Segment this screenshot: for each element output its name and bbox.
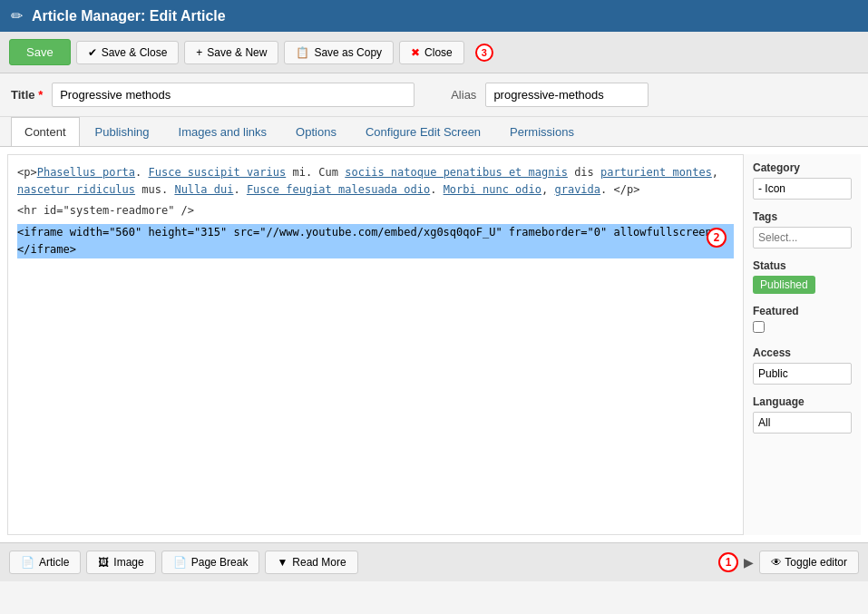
tab-options[interactable]: Options <box>282 117 350 146</box>
readmore-icon: ▼ <box>277 556 288 569</box>
tags-label: Tags <box>753 210 852 223</box>
toolbar: Save ✔ Save & Close + Save & New 📋 Save … <box>0 32 868 73</box>
save-copy-label: Save as Copy <box>314 46 382 59</box>
editor-area[interactable]: <p>Phasellus porta. Fusce suscipit variu… <box>7 154 743 535</box>
image-icon: 🖼 <box>98 556 109 569</box>
language-label: Language <box>753 395 852 408</box>
status-badge: Published <box>753 276 815 294</box>
toggle-icon: 👁 <box>771 556 782 569</box>
tab-content[interactable]: Content <box>11 117 80 146</box>
close-label: Close <box>424 46 453 59</box>
arrow-right-icon: ▶ <box>744 555 754 570</box>
toolbar-badge-3: 3 <box>475 44 493 62</box>
bottom-badge-1: 1 <box>718 552 738 572</box>
header: ✏ Article Manager: Edit Article <box>0 0 868 32</box>
main-area: <p>Phasellus porta. Fusce suscipit variu… <box>0 147 868 542</box>
title-input[interactable] <box>52 83 414 107</box>
status-section: Status Published <box>753 259 852 294</box>
plus-icon: + <box>196 46 202 59</box>
save-close-label: Save & Close <box>102 46 168 59</box>
language-input[interactable] <box>753 412 852 434</box>
checkmark-icon: ✔ <box>88 46 97 59</box>
image-button[interactable]: 🖼 Image <box>86 551 155 574</box>
page-title: Article Manager: Edit Article <box>32 8 226 24</box>
bottom-bar: 📄 Article 🖼 Image 📄 Page Break ▼ Read Mo… <box>0 542 868 581</box>
pagebreak-icon: 📄 <box>173 556 187 569</box>
page-break-button[interactable]: 📄 Page Break <box>161 551 260 574</box>
article-label: Article <box>39 556 69 569</box>
alias-label: Alias <box>451 88 476 102</box>
form-area: Title * Alias <box>0 73 868 117</box>
save-new-label: Save & New <box>207 46 267 59</box>
access-label: Access <box>753 346 852 359</box>
save-copy-button[interactable]: 📋 Save as Copy <box>284 41 394 64</box>
tab-publishing[interactable]: Publishing <box>82 117 163 146</box>
article-button[interactable]: 📄 Article <box>9 551 81 574</box>
language-section: Language <box>753 395 852 434</box>
edit-icon: ✏ <box>11 7 23 24</box>
title-label: Title * <box>11 88 43 102</box>
access-input[interactable] <box>753 363 852 385</box>
tab-images[interactable]: Images and links <box>165 117 281 146</box>
featured-label: Featured <box>753 305 852 317</box>
category-section: Category <box>753 161 852 200</box>
save-button[interactable]: Save <box>9 39 71 65</box>
tab-permissions[interactable]: Permissions <box>496 117 588 146</box>
copy-icon: 📋 <box>296 46 309 59</box>
close-button[interactable]: ✖ Close <box>399 41 464 64</box>
category-label: Category <box>753 161 852 174</box>
image-label: Image <box>113 556 143 569</box>
save-close-button[interactable]: ✔ Save & Close <box>76 41 180 64</box>
tags-input[interactable] <box>753 227 852 249</box>
save-new-button[interactable]: + Save & New <box>184 41 278 64</box>
editor-badge-2: 2 <box>707 228 727 248</box>
read-more-button[interactable]: ▼ Read More <box>265 551 357 574</box>
toggle-label: Toggle editor <box>785 556 847 569</box>
sidebar: Category Tags Status Published Featured … <box>743 154 861 535</box>
access-section: Access <box>753 346 852 385</box>
status-label: Status <box>753 259 852 272</box>
x-icon: ✖ <box>411 46 420 59</box>
toggle-editor-button[interactable]: 👁 Toggle editor <box>759 551 859 574</box>
badge-1-area: 1 ▶ <box>718 552 754 572</box>
iframe-line: <iframe width="560" height="315" src="//… <box>17 224 734 258</box>
featured-checkbox[interactable] <box>753 321 765 333</box>
alias-input[interactable] <box>485 83 649 107</box>
category-input[interactable] <box>753 178 852 200</box>
tags-section: Tags <box>753 210 852 249</box>
tab-configure[interactable]: Configure Edit Screen <box>352 117 494 146</box>
page-break-label: Page Break <box>191 556 249 569</box>
tabs-bar: Content Publishing Images and links Opti… <box>0 117 868 147</box>
read-more-label: Read More <box>292 556 346 569</box>
article-icon: 📄 <box>21 556 34 569</box>
featured-section: Featured <box>753 305 852 336</box>
required-marker: * <box>38 88 43 102</box>
